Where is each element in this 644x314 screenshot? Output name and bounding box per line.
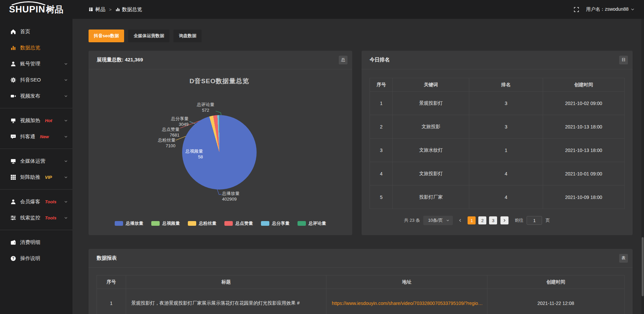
page-size-select[interactable]: 10条/页 [423, 216, 453, 225]
tab-询盘数据[interactable]: 询盘数据 [173, 30, 202, 42]
data-report-panel: 数据报表 表 序号标题地址创建时间 1景观投影灯，夜游景观投影灯厂家展示展示落花… [89, 249, 633, 314]
page-button-3[interactable]: 3 [489, 216, 497, 224]
legend-item-总播放量[interactable]: 总播放量 [115, 220, 143, 226]
page-suffix-label: 页 [545, 217, 550, 223]
column-header: 标题 [126, 275, 326, 289]
table-cell: 2021-10-09 18:00 [543, 186, 625, 209]
sidebar-item-clue-monitor[interactable]: 线索监控 Tools [0, 210, 72, 226]
data-tabs: 抖音seo数据全媒体运营数据询盘数据 [89, 30, 633, 42]
ranking-table-header: 序号关键词排名创建时间 [370, 78, 625, 92]
report-panel-title: 数据报表 [97, 255, 117, 261]
question-icon: ? [10, 255, 16, 261]
report-table-row: 1景观投影灯，夜游景观投影灯厂家展示展示落花灯在花园里的灯光投影应用效果 #ht… [97, 289, 625, 314]
gear-icon [10, 77, 16, 83]
legend-item-总粉丝量[interactable]: 总粉丝量 [188, 220, 216, 226]
sidebar-item-label: 视频发布 [20, 93, 40, 99]
sidebar-item-member[interactable]: 会员爆客 Tools [0, 194, 72, 210]
table-cell: 2 [370, 115, 393, 139]
table-cell: 4 [370, 162, 393, 186]
table-cell: 2021-10-02 09:00 [543, 92, 625, 115]
chevron-down-icon [64, 175, 68, 179]
legend-item-总评论量[interactable]: 总评论量 [298, 220, 326, 226]
sidebar-item-expense[interactable]: 消费明细 [0, 234, 72, 250]
table-cell-title: 景观投影灯，夜游景观投影灯厂家展示展示落花灯在花园里的灯光投影应用效果 # [126, 289, 326, 314]
matrix-icon [10, 174, 16, 180]
chevron-left-icon [458, 218, 462, 222]
sidebar-item-label: 操作说明 [20, 255, 40, 262]
user-menu[interactable]: 用户名：zswodun88 [586, 6, 635, 12]
breadcrumb-item-current[interactable]: 数据总览 [115, 6, 142, 13]
pie-label-comments: 总评论量572 [197, 102, 214, 113]
total-count-label: 共 23 条 [404, 217, 420, 223]
sidebar-item-douketong[interactable]: 抖客通 New [0, 128, 72, 145]
sidebar-item-label: 视频加热 [20, 117, 40, 124]
chevron-down-icon [64, 78, 68, 82]
scrollbar[interactable] [641, 19, 644, 314]
table-cell: 文旅投影灯 [393, 162, 469, 186]
breadcrumb-item-home[interactable]: 树品 [89, 6, 105, 13]
logo-text-cn: 树品 [46, 4, 63, 15]
sidebar-badge-vip: VIP [45, 175, 52, 180]
sidebar-item-douyin-seo[interactable]: 抖音SEO [0, 72, 72, 88]
legend-item-总分享量[interactable]: 总分享量 [261, 220, 289, 226]
prev-page-button[interactable] [456, 218, 464, 222]
page-button-2[interactable]: 2 [478, 216, 486, 224]
table-cell: 3 [469, 92, 543, 115]
sidebar-item-label: 抖音SEO [20, 77, 41, 83]
sidebar-item-help[interactable]: ? 操作说明 [0, 250, 72, 266]
sidebar-item-account[interactable]: 账号管理 [0, 56, 72, 72]
sidebar-item-home[interactable]: 首页 [0, 23, 72, 40]
fullscreen-icon[interactable] [574, 7, 579, 12]
breadcrumb-label: 数据总览 [122, 6, 142, 13]
table-cell: 5 [370, 186, 393, 209]
breadcrumb-separator: > [108, 7, 112, 12]
sidebar-item-matrix-boost[interactable]: 矩阵助推 VIP [0, 169, 72, 185]
table-cell: 文旅投影 [393, 115, 469, 139]
video-url-link[interactable]: https://www.iesdouyin.com/share/video/70… [326, 289, 487, 314]
column-header: 关键词 [393, 78, 469, 92]
table-cell-time: 2021-11-22 12:08 [487, 289, 625, 314]
sidebar-item-media-operation[interactable]: 全媒体运营 [0, 153, 72, 169]
breadcrumb-label: 树品 [95, 6, 105, 13]
sidebar-item-video-publish[interactable]: 视频发布 [0, 88, 72, 104]
chevron-down-icon [64, 216, 68, 220]
table-cell: 3 [469, 115, 543, 139]
column-header: 序号 [370, 78, 393, 92]
chart-legend: 总播放量总视频量总粉丝量总点赞量总分享量总评论量 [89, 220, 352, 226]
page-button-1[interactable]: 1 [468, 216, 476, 224]
tab-全媒体运营数据[interactable]: 全媒体运营数据 [128, 30, 169, 42]
media-icon [10, 158, 16, 164]
sidebar-item-overview[interactable]: 数据总览 [0, 40, 72, 56]
logo-arc [10, 1, 47, 5]
column-header: 创建时间 [487, 275, 625, 289]
ranking-table: 序号关键词排名创建时间 1景观投影灯32021-10-02 09:002文旅投影… [370, 78, 625, 209]
legend-swatch [261, 221, 269, 226]
table-cell-index: 1 [97, 289, 126, 314]
sidebar-item-label: 抖客通 [20, 134, 35, 140]
table-cell: 投影灯厂家 [393, 186, 469, 209]
table-cell: 2021-10-01 09:00 [543, 162, 625, 186]
next-page-button[interactable] [500, 216, 508, 224]
legend-item-总点赞量[interactable]: 总点赞量 [224, 220, 253, 226]
goto-page-input[interactable] [527, 216, 542, 225]
day-badge-button[interactable]: 日 [619, 56, 628, 64]
tab-抖音seo数据[interactable]: 抖音seo数据 [89, 30, 124, 42]
table-cell: 4 [469, 162, 543, 186]
username-label: 用户名：zswodun88 [586, 6, 629, 12]
legend-swatch [224, 221, 233, 226]
total-badge-button[interactable]: 总 [339, 56, 347, 64]
table-cell: 2021-10-13 18:00 [543, 139, 625, 162]
chevron-down-icon [64, 200, 68, 204]
sidebar-item-label: 消费明细 [20, 239, 40, 246]
ranking-table-row: 1景观投影灯32021-10-02 09:00 [370, 92, 625, 115]
sidebar-divider [0, 149, 72, 149]
sidebar-divider [0, 230, 72, 230]
scrollbar-thumb[interactable] [642, 237, 644, 296]
pagination: 共 23 条 10条/页 123 前往 页 [370, 216, 625, 225]
sidebar-item-video-heat[interactable]: 视频加热 Hot [0, 112, 72, 128]
table-cell: 1 [370, 92, 393, 115]
chat-icon [10, 134, 16, 140]
table-badge-button[interactable]: 表 [619, 254, 628, 263]
breadcrumb: 树品 > 数据总览 [72, 6, 142, 13]
legend-item-总视频量[interactable]: 总视频量 [151, 220, 180, 226]
